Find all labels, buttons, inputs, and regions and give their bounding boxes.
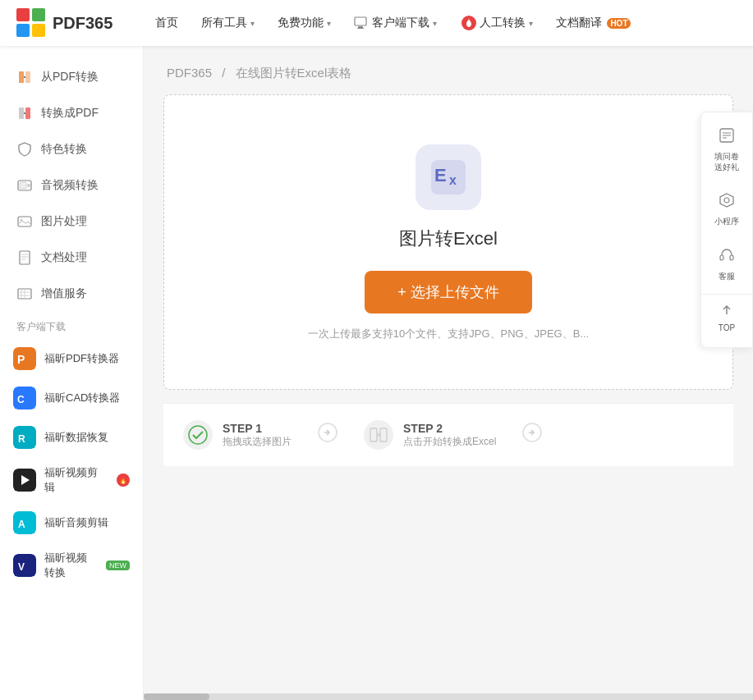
nav-human[interactable]: 人工转换 ▾: [450, 11, 543, 35]
svg-point-13: [27, 184, 30, 187]
svg-rect-16: [20, 251, 30, 264]
svg-rect-51: [730, 255, 733, 260]
top-icon: [719, 303, 734, 322]
shield-icon: [16, 141, 33, 158]
svg-text:x: x: [449, 173, 457, 187]
sidebar-client-foxitcad[interactable]: C 福昕CAD转换器: [0, 378, 143, 418]
step1-text: STEP 1 拖拽或选择图片: [223, 422, 292, 449]
sidebar-item-image[interactable]: 图片处理: [0, 204, 143, 240]
svg-rect-7: [19, 71, 24, 83]
tool-icon-wrap: E x: [416, 144, 481, 210]
client-section-label: 客户端下载: [0, 312, 143, 339]
svg-rect-4: [355, 17, 366, 25]
step-arrow-2: [519, 423, 545, 447]
tool-title: 图片转Excel: [399, 226, 498, 251]
document-icon: [16, 249, 33, 266]
svg-rect-42: [370, 428, 377, 442]
step2-icon: [364, 420, 393, 450]
logo-text: PDF365: [53, 14, 112, 33]
panel-survey[interactable]: 填问卷送好礼: [701, 119, 752, 181]
svg-point-40: [189, 426, 207, 444]
videoedit-icon: [13, 469, 36, 492]
svg-text:R: R: [18, 433, 25, 445]
upload-card: E x 图片转Excel + 选择上传文件 一次上传最多支持10个文件、支持JP…: [163, 94, 733, 390]
panel-miniapp[interactable]: 小程序: [701, 184, 752, 236]
recovery-icon: R: [13, 426, 36, 449]
svg-text:P: P: [17, 353, 25, 366]
right-panel: 填问卷送好礼 小程序: [700, 112, 753, 348]
sidebar: 从PDF转换 转换成PDF 特色转换 音视频转换 图片处理: [0, 46, 144, 700]
content-area: PDF365 / 在线图片转Excel表格 E x 图片转Excel + 选择上…: [144, 46, 753, 700]
svg-text:C: C: [17, 394, 25, 405]
chevron-down-icon: ▾: [250, 19, 255, 28]
sidebar-client-recovery[interactable]: R 福昕数据恢复: [0, 418, 143, 457]
nav-tools[interactable]: 所有工具 ▾: [191, 11, 264, 35]
nav-links: 首页 所有工具 ▾ 免费功能 ▾ 客户端下载 ▾ 人工转换 ▾: [145, 11, 737, 35]
svg-text:A: A: [18, 519, 25, 530]
from-pdf-icon: [16, 69, 33, 85]
logo-area[interactable]: PDF365: [16, 8, 112, 38]
headset-icon: [719, 247, 735, 268]
nav-free[interactable]: 免费功能 ▾: [268, 11, 341, 35]
step-1: STEP 1 拖拽或选择图片: [183, 420, 292, 450]
to-pdf-icon: [16, 105, 33, 121]
sidebar-client-video-conv[interactable]: V 福昕视频转换 NEW: [0, 542, 143, 588]
svg-rect-50: [720, 255, 723, 260]
hot-badge: HOT: [607, 18, 631, 29]
sidebar-item-vip[interactable]: 增值服务: [0, 276, 143, 312]
svg-rect-1: [32, 8, 45, 21]
fire-icon: [461, 16, 476, 30]
upload-hint: 一次上传最多支持10个文件、支持JPG、PNG、JPEG、B...: [308, 327, 589, 341]
svg-rect-5: [358, 26, 363, 28]
audioedit-icon: A: [13, 511, 36, 534]
upload-button[interactable]: + 选择上传文件: [365, 271, 532, 313]
chevron-down-icon: ▾: [433, 19, 437, 28]
steps-area: STEP 1 拖拽或选择图片: [163, 403, 733, 466]
excel-icon: E x: [428, 157, 469, 198]
svg-rect-6: [357, 28, 364, 29]
foxitcad-icon: C: [13, 387, 36, 409]
svg-rect-3: [32, 24, 45, 37]
chevron-down-icon: ▾: [327, 19, 331, 28]
logo-icon: [16, 8, 46, 38]
panel-top[interactable]: TOP: [701, 294, 752, 341]
svg-text:E: E: [434, 165, 447, 185]
svg-rect-10: [25, 108, 30, 119]
svg-rect-14: [18, 217, 31, 226]
bottom-scrollbar[interactable]: [144, 693, 753, 700]
sidebar-client-video-edit[interactable]: 福昕视频剪辑 🔥: [0, 457, 143, 503]
scrollbar-thumb[interactable]: [144, 693, 209, 700]
nav-download[interactable]: 客户端下载 ▾: [344, 11, 447, 35]
fire-badge-icon: 🔥: [117, 474, 130, 487]
new-badge: NEW: [106, 560, 130, 570]
top-nav: PDF365 首页 所有工具 ▾ 免费功能 ▾ 客户端下载 ▾ 人工转换: [0, 0, 753, 46]
step-2: STEP 2 点击开始转换成Excel: [364, 420, 496, 450]
step2-text: STEP 2 点击开始转换成Excel: [403, 422, 496, 449]
foxitpdf-icon: P: [13, 347, 36, 370]
svg-rect-9: [19, 108, 24, 119]
breadcrumb: PDF365 / 在线图片转Excel表格: [163, 66, 733, 81]
sidebar-item-media[interactable]: 音视频转换: [0, 167, 143, 204]
nav-translate[interactable]: 文档翻译 HOT: [546, 11, 641, 35]
sidebar-item-to-pdf[interactable]: 转换成PDF: [0, 95, 143, 131]
sidebar-item-doc[interactable]: 文档处理: [0, 240, 143, 276]
videoconv-icon: V: [13, 554, 36, 577]
sidebar-item-from-pdf[interactable]: 从PDF转换: [0, 59, 143, 95]
sidebar-item-special[interactable]: 特色转换: [0, 131, 143, 167]
top-label: TOP: [719, 323, 735, 332]
sidebar-client-foxitpdf[interactable]: P 福昕PDF转换器: [0, 339, 143, 378]
survey-icon: [719, 127, 735, 148]
sidebar-client-audio-edit[interactable]: A 福昕音频剪辑: [0, 503, 143, 542]
chevron-down-icon: ▾: [529, 19, 533, 28]
image-icon: [16, 213, 33, 230]
step1-icon: [183, 420, 213, 450]
svg-rect-2: [16, 24, 30, 37]
nav-home[interactable]: 首页: [145, 11, 188, 35]
desktop-icon: [354, 16, 367, 30]
svg-text:V: V: [18, 561, 25, 573]
media-icon: [16, 177, 33, 194]
svg-rect-8: [25, 71, 30, 83]
vip-icon: [16, 286, 33, 302]
svg-rect-0: [16, 8, 30, 21]
panel-service[interactable]: 客服: [701, 239, 752, 291]
